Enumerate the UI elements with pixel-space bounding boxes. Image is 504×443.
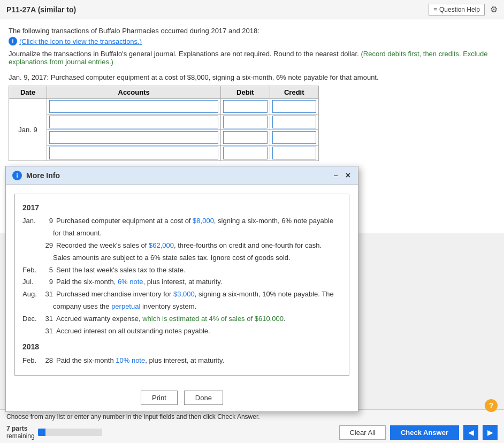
highlight-amount: $8,000	[193, 217, 214, 225]
col-header-credit: Credit	[270, 86, 318, 99]
info-icon[interactable]: i	[9, 37, 17, 45]
tx-month: Jan.	[22, 216, 41, 227]
debit-input-2[interactable]	[223, 116, 267, 128]
bottom-controls: 7 parts remaining Clear All Check Answer…	[6, 425, 498, 440]
account-input-2[interactable]	[49, 116, 218, 128]
tx-month	[22, 326, 41, 337]
highlight-amount: $3,000	[173, 290, 195, 298]
list-item: Jan. 9 Purchased computer equipment at a…	[22, 216, 341, 227]
debit-cell-3	[221, 130, 270, 146]
tx-day: 5	[41, 265, 53, 276]
tx-text: Recorded the week's sales of $62,000, th…	[56, 240, 341, 251]
debit-cell-2	[221, 114, 270, 130]
tx-day: 9	[41, 277, 53, 288]
credit-cell-3	[270, 130, 318, 146]
tx-day: 31	[41, 289, 53, 300]
tx-indent: for that amount.	[53, 228, 341, 239]
parts-remaining: 7 parts remaining	[6, 425, 102, 440]
list-item: Aug. 31 Purchased merchandise inventory …	[22, 289, 341, 300]
account-cell-3	[47, 130, 221, 146]
account-cell-4	[47, 146, 221, 161]
tx-day: 29	[41, 240, 53, 251]
debit-input-1[interactable]	[223, 100, 267, 113]
tx-text: Accrued interest on all outstanding note…	[56, 326, 341, 337]
col-header-debit: Debit	[221, 86, 270, 99]
header-right: ≡ Question Help ⚙	[429, 4, 498, 16]
info-link[interactable]: (Click the icon to view the transactions…	[19, 37, 142, 45]
modal-header: i More Info − ×	[6, 166, 358, 185]
account-cell-1	[47, 99, 221, 114]
question-help-button[interactable]: ≡ Question Help	[429, 4, 485, 16]
list-icon: ≡	[433, 6, 437, 13]
list-item: 31 Accrued interest on all outstanding n…	[22, 326, 341, 337]
tx-month: Feb.	[22, 355, 41, 366]
question-help-label: Question Help	[439, 6, 480, 13]
list-item: Jul. 9 Paid the six-month, 6% note, plus…	[22, 277, 341, 288]
account-input-1[interactable]	[49, 100, 218, 113]
tx-indent: Sales amounts are subject to a 6% state …	[53, 253, 341, 264]
modal-content-box: 2017 Jan. 9 Purchased computer equipment…	[14, 194, 349, 376]
modal-controls: − ×	[331, 171, 352, 180]
print-button[interactable]: Print	[141, 391, 178, 405]
highlight: 6% note	[118, 278, 143, 286]
list-item: Dec. 31 Accrued warranty expense, which …	[22, 314, 341, 325]
progress-bar-container	[38, 429, 102, 436]
tx-month	[22, 240, 41, 251]
modal-footer: Print Done	[6, 384, 358, 411]
highlight-amount: $610,000	[255, 315, 284, 323]
settings-button[interactable]: ⚙	[490, 4, 498, 14]
modal-info-icon: i	[12, 171, 22, 180]
modal-minimize-button[interactable]: −	[331, 171, 340, 180]
instructions-text: Journalize the transactions in Buffalo's…	[9, 50, 495, 66]
tx-month: Jul.	[22, 277, 41, 288]
debit-input-3[interactable]	[223, 131, 267, 144]
tx-text: Purchased merchandise inventory for $3,0…	[56, 289, 341, 300]
info-link-line: i (Click the icon to view the transactio…	[9, 37, 495, 45]
next-button[interactable]: ▶	[483, 425, 498, 440]
table-row	[9, 146, 319, 161]
account-input-4[interactable]	[49, 147, 218, 159]
modal-header-left: i More Info	[12, 171, 60, 180]
status-text: Choose from any list or enter any number…	[6, 413, 498, 421]
col-header-accounts: Accounts	[47, 86, 221, 99]
table-row	[9, 130, 319, 146]
check-answer-button[interactable]: Check Answer	[390, 425, 459, 440]
tx-month: Feb.	[22, 265, 41, 276]
table-row: Jan. 9	[9, 99, 319, 114]
help-circle[interactable]: ?	[485, 399, 498, 412]
col-header-date: Date	[9, 86, 47, 99]
modal-close-button[interactable]: ×	[345, 171, 352, 180]
credit-input-4[interactable]	[272, 147, 316, 159]
intro-text: The following transactions of Buffalo Ph…	[9, 27, 495, 35]
tx-month: Aug.	[22, 289, 41, 300]
credit-input-3[interactable]	[272, 131, 316, 144]
more-info-modal: i More Info − × 2017 Jan. 9 Purchased co…	[5, 166, 358, 412]
account-input-3[interactable]	[49, 131, 218, 144]
parts-label: 7 parts	[6, 425, 27, 432]
done-button[interactable]: Done	[184, 391, 223, 405]
tx-text: Paid the six-month 10% note, plus intere…	[56, 355, 341, 366]
tx-month: Dec.	[22, 314, 41, 325]
credit-input-2[interactable]	[272, 116, 316, 128]
tx-text: Purchased computer equipment at a cost o…	[56, 216, 341, 227]
account-cell-2	[47, 114, 221, 130]
credit-input-1[interactable]	[272, 100, 316, 113]
tx-day: 9	[41, 216, 53, 227]
tx-text: Accrued warranty expense, which is estim…	[56, 314, 341, 325]
debit-input-4[interactable]	[223, 147, 267, 159]
remaining-label: remaining	[6, 432, 35, 440]
modal-title: More Info	[26, 171, 60, 180]
tx-text: Sent the last week's sales tax to the st…	[56, 265, 341, 276]
tx-day: 28	[41, 355, 53, 366]
list-item: Feb. 28 Paid the six-month 10% note, plu…	[22, 355, 341, 366]
instructions-main: Journalize the transactions in Buffalo's…	[9, 50, 359, 58]
prev-button[interactable]: ◀	[463, 425, 478, 440]
tx-text: Paid the six-month, 6% note, plus intere…	[56, 277, 341, 288]
debit-cell-1	[221, 99, 270, 114]
parts-count: 7 parts remaining	[6, 425, 35, 440]
list-item: 29 Recorded the week's sales of $62,000,…	[22, 240, 341, 251]
clear-all-button[interactable]: Clear All	[339, 425, 385, 440]
journal-table: Date Accounts Debit Credit Jan. 9	[9, 86, 319, 161]
table-row	[9, 114, 319, 130]
gear-icon: ⚙	[490, 5, 498, 14]
